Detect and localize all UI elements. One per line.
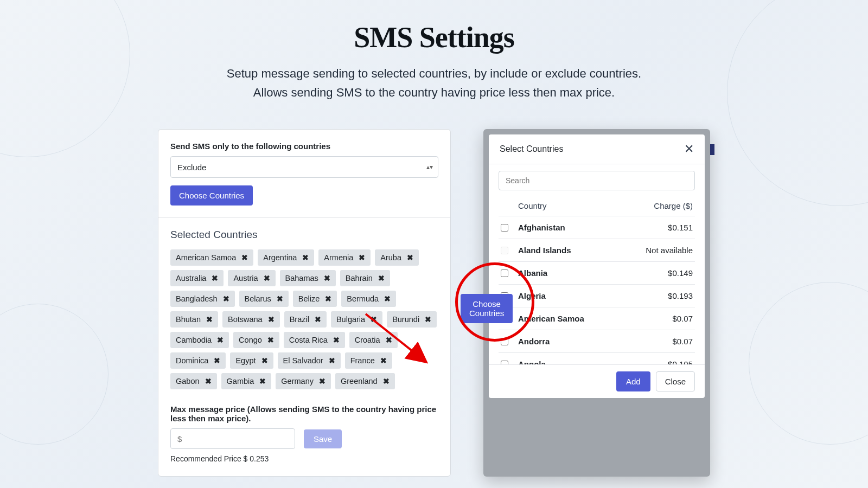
remove-tag-icon[interactable]: ✖ — [359, 253, 365, 262]
country-tag-label: Congo — [239, 336, 262, 344]
country-charge: $0.193 — [668, 291, 693, 300]
remove-tag-icon[interactable]: ✖ — [386, 336, 392, 344]
remove-tag-icon[interactable]: ✖ — [329, 356, 335, 365]
country-tag-label: Bangladesh — [176, 294, 218, 303]
select-countries-modal: Select Countries ✕ Country Charge ($) Af… — [489, 134, 705, 398]
remove-tag-icon[interactable]: ✖ — [261, 356, 268, 365]
remove-tag-icon[interactable]: ✖ — [277, 294, 283, 303]
country-tag-label: Brazil — [290, 315, 309, 324]
country-checkbox[interactable] — [501, 338, 508, 345]
country-tag: El Salvador✖ — [278, 352, 341, 369]
country-tag: Bahrain✖ — [340, 270, 390, 286]
remove-tag-icon[interactable]: ✖ — [383, 377, 390, 386]
country-tag: Dominica✖ — [170, 352, 226, 369]
country-tag-label: Greenland — [341, 377, 378, 386]
country-tag-label: Bahrain — [346, 274, 373, 282]
remove-tag-icon[interactable]: ✖ — [324, 274, 330, 282]
choose-countries-button[interactable]: Choose Countries — [170, 185, 253, 206]
country-charge: $0.07 — [672, 314, 693, 323]
remove-tag-icon[interactable]: ✖ — [217, 336, 224, 344]
col-charge-header: Charge ($) — [654, 201, 693, 210]
remove-tag-icon[interactable]: ✖ — [425, 315, 431, 324]
country-charge: $0.105 — [668, 359, 693, 364]
remove-tag-icon[interactable]: ✖ — [259, 377, 266, 386]
remove-tag-icon[interactable]: ✖ — [302, 253, 309, 262]
add-button[interactable]: Add — [616, 371, 650, 391]
country-tag-label: Belize — [298, 294, 320, 303]
country-tag: Gabon✖ — [170, 373, 217, 389]
country-charge: $0.149 — [668, 268, 693, 278]
max-price-input[interactable] — [170, 428, 295, 449]
country-tag-label: Costa Rica — [289, 336, 328, 344]
country-tag-label: Aruba — [380, 253, 401, 262]
country-checkbox[interactable] — [501, 361, 508, 365]
country-row: Aland IslandsNot available — [499, 239, 695, 261]
page-header: SMS Settings Setup message sending to se… — [0, 0, 868, 102]
remove-tag-icon[interactable]: ✖ — [268, 315, 275, 324]
remove-tag-icon[interactable]: ✖ — [212, 274, 218, 282]
country-tag-label: Argentina — [263, 253, 297, 262]
country-tag: Armenia✖ — [318, 249, 371, 266]
country-tag: Croatia✖ — [349, 332, 398, 348]
country-search-input[interactable] — [499, 171, 695, 190]
remove-tag-icon[interactable]: ✖ — [315, 315, 321, 324]
remove-tag-icon[interactable]: ✖ — [264, 274, 270, 282]
country-tag-label: Dominica — [176, 356, 208, 365]
page-title: SMS Settings — [0, 21, 868, 54]
remove-tag-icon[interactable]: ✖ — [319, 377, 326, 386]
country-tag-label: Burundi — [392, 315, 419, 324]
country-tag-label: Gabon — [176, 377, 200, 386]
country-row: Andorra$0.07 — [499, 330, 695, 352]
country-list: Afghanistan$0.151Aland IslandsNot availa… — [499, 216, 695, 364]
remove-tag-icon[interactable]: ✖ — [378, 274, 385, 282]
remove-tag-icon[interactable]: ✖ — [214, 356, 220, 365]
country-name: Andorra — [518, 337, 550, 346]
modal-close-icon[interactable]: ✕ — [684, 143, 694, 155]
modal-title: Select Countries — [500, 144, 563, 154]
close-button[interactable]: Close — [656, 371, 695, 391]
country-name: Aland Islands — [518, 246, 571, 255]
include-exclude-select[interactable]: Exclude — [170, 156, 438, 178]
country-tag: American Samoa✖ — [170, 249, 253, 266]
country-checkbox[interactable] — [501, 292, 508, 300]
remove-tag-icon[interactable]: ✖ — [325, 294, 331, 303]
remove-tag-icon[interactable]: ✖ — [371, 315, 377, 324]
country-tag: Germany✖ — [276, 373, 331, 389]
country-name: American Samoa — [518, 314, 584, 323]
country-tag: Bulgaria✖ — [331, 311, 382, 328]
country-name: Afghanistan — [518, 223, 565, 232]
country-charge: Not available — [646, 246, 693, 255]
country-tag: Congo✖ — [233, 332, 279, 348]
remove-tag-icon[interactable]: ✖ — [223, 294, 229, 303]
remove-tag-icon[interactable]: ✖ — [205, 377, 212, 386]
country-charge: $0.07 — [672, 337, 693, 346]
country-name: Albania — [518, 268, 547, 278]
country-tag-label: Australia — [176, 274, 206, 282]
country-checkbox[interactable] — [501, 269, 508, 277]
country-tag-label: France — [350, 356, 375, 365]
country-tag: Cambodia✖ — [170, 332, 229, 348]
country-tag: Greenland✖ — [335, 373, 395, 389]
remove-tag-icon[interactable]: ✖ — [407, 253, 413, 262]
country-tag: Bhutan✖ — [170, 311, 218, 328]
remove-tag-icon[interactable]: ✖ — [241, 253, 248, 262]
country-tag-label: Bermuda — [347, 294, 379, 303]
country-tag: Aruba✖ — [375, 249, 419, 266]
country-tag: Costa Rica✖ — [284, 332, 345, 348]
remove-tag-icon[interactable]: ✖ — [267, 336, 274, 344]
page-subtitle-1: Setup message sending to selected countr… — [0, 64, 868, 83]
remove-tag-icon[interactable]: ✖ — [333, 336, 340, 344]
remove-tag-icon[interactable]: ✖ — [384, 294, 391, 303]
country-tag: Egypt✖ — [230, 352, 273, 369]
country-tag: Gambia✖ — [221, 373, 272, 389]
remove-tag-icon[interactable]: ✖ — [380, 356, 387, 365]
selected-countries-heading: Selected Countries — [170, 229, 438, 241]
save-button[interactable]: Save — [304, 429, 342, 448]
country-name: Angola — [518, 359, 546, 364]
country-checkbox[interactable] — [501, 224, 508, 232]
country-tag-label: Botswana — [228, 315, 263, 324]
remove-tag-icon[interactable]: ✖ — [206, 315, 213, 324]
country-checkbox[interactable] — [501, 315, 508, 323]
decorative-strip — [710, 144, 714, 155]
country-tag-label: American Samoa — [176, 253, 236, 262]
